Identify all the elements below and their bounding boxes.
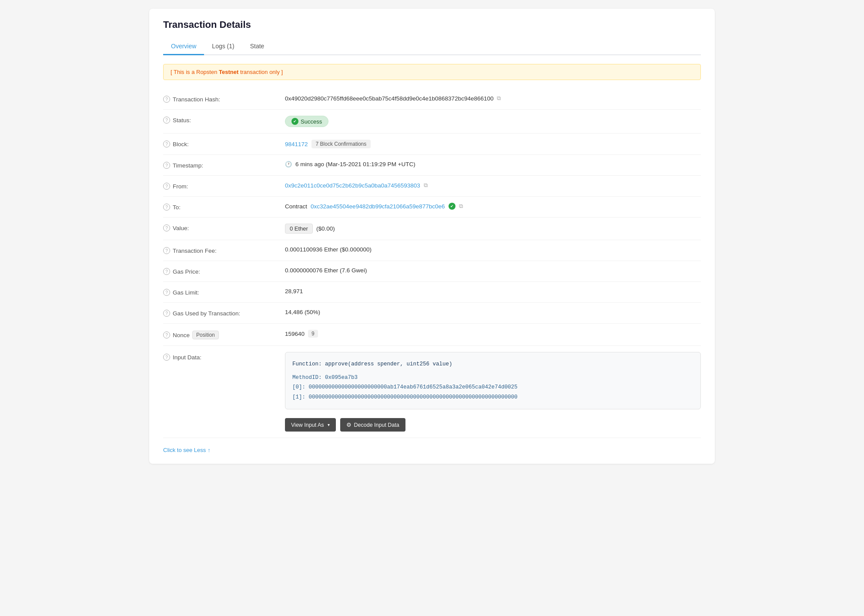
help-icon-status[interactable]: ?: [163, 117, 170, 124]
footer: Click to see Less ↑: [163, 438, 701, 453]
help-icon-gas-price[interactable]: ?: [163, 268, 170, 275]
decode-input-data-button[interactable]: ⚙ Decode Input Data: [340, 418, 405, 432]
ropsten-banner: [ This is a Ropsten Testnet transaction …: [163, 64, 701, 80]
to-contract-prefix: Contract: [285, 203, 307, 210]
page-title: Transaction Details: [163, 19, 701, 30]
help-icon-value[interactable]: ?: [163, 224, 170, 231]
row-input-data: ? Input Data: Function: approve(address …: [163, 346, 701, 438]
row-gas-used: ? Gas Used by Transaction: 14,486 (50%): [163, 303, 701, 324]
row-transaction-fee: ? Transaction Fee: 0.0001100936 Ether ($…: [163, 240, 701, 261]
contract-verified-icon: ✔: [449, 203, 455, 210]
row-to: ? To: Contract 0xc32ae45504ee9482db99cfa…: [163, 197, 701, 218]
help-icon-from[interactable]: ?: [163, 183, 170, 190]
decode-icon: ⚙: [346, 422, 352, 428]
help-icon-timestamp[interactable]: ?: [163, 162, 170, 169]
ether-value-badge: 0 Ether: [285, 224, 313, 234]
gas-used-value: 14,486 (50%): [285, 309, 320, 315]
input-param1: [1]: 00000000000000000000000000000000000…: [292, 392, 693, 402]
nonce-value: 159640: [285, 331, 305, 337]
fee-value: 0.0001100936 Ether ($0.000000): [285, 246, 372, 253]
timestamp-value: 6 mins ago (Mar-15-2021 01:19:29 PM +UTC…: [295, 161, 415, 167]
block-confirmations: 7 Block Confirmations: [311, 140, 371, 148]
row-gas-limit: ? Gas Limit: 28,971: [163, 282, 701, 303]
row-block: ? Block: 9841172 7 Block Confirmations: [163, 134, 701, 155]
arrow-up-icon: ↑: [208, 447, 211, 453]
click-to-see-less-link[interactable]: Click to see Less ↑: [163, 447, 211, 453]
help-icon-input[interactable]: ?: [163, 354, 170, 361]
to-address-link[interactable]: 0xc32ae45504ee9482db99cfa21066a59e877bc0…: [311, 203, 445, 210]
block-number-link[interactable]: 9841172: [285, 141, 308, 147]
input-param0: [0]: 000000000000000000000000ab174eab676…: [292, 382, 693, 392]
help-icon-block[interactable]: ?: [163, 141, 170, 147]
gas-limit-value: 28,971: [285, 288, 303, 295]
row-nonce: ? Nonce Position 159640 9: [163, 324, 701, 346]
copy-txhash-icon[interactable]: ⧉: [497, 95, 501, 102]
nonce-position-badge: Position: [192, 331, 219, 339]
help-icon-gas-limit[interactable]: ?: [163, 289, 170, 296]
dropdown-arrow-icon: ▾: [328, 422, 330, 427]
tab-state[interactable]: State: [242, 38, 272, 55]
input-actions: View Input As ▾ ⚙ Decode Input Data: [285, 418, 405, 432]
copy-to-icon[interactable]: ⧉: [459, 203, 463, 210]
usd-value: ($0.00): [316, 225, 335, 232]
tx-hash-value: 0x49020d2980c7765ffd68eee0c5bab75c4f58dd…: [285, 95, 493, 102]
input-function-line: Function: approve(address spender, uint2…: [292, 359, 693, 369]
nonce-position-value: 9: [308, 330, 318, 338]
help-icon-nonce[interactable]: ?: [163, 331, 170, 338]
help-icon-to[interactable]: ?: [163, 204, 170, 211]
input-method-line: MethodID: 0x095ea7b3: [292, 375, 358, 381]
row-from: ? From: 0x9c2e011c0ce0d75c2b62b9c5a0ba0a…: [163, 176, 701, 197]
input-data-box: Function: approve(address spender, uint2…: [285, 352, 701, 409]
row-value: ? Value: 0 Ether ($0.00): [163, 218, 701, 240]
row-gas-price: ? Gas Price: 0.0000000076 Ether (7.6 Gwe…: [163, 261, 701, 282]
tab-logs[interactable]: Logs (1): [204, 38, 242, 55]
row-timestamp: ? Timestamp: 🕐 6 mins ago (Mar-15-2021 0…: [163, 155, 701, 176]
row-status: ? Status: Success: [163, 110, 701, 134]
row-transaction-hash: ? Transaction Hash: 0x49020d2980c7765ffd…: [163, 89, 701, 110]
clock-icon: 🕐: [285, 161, 292, 167]
status-badge: Success: [285, 116, 328, 127]
tab-overview[interactable]: Overview: [163, 38, 204, 55]
copy-from-icon[interactable]: ⧉: [424, 182, 428, 189]
help-icon-gas-used[interactable]: ?: [163, 310, 170, 317]
help-icon-txhash[interactable]: ?: [163, 96, 170, 103]
help-icon-fee[interactable]: ?: [163, 247, 170, 254]
from-address-link[interactable]: 0x9c2e011c0ce0d75c2b62b9c5a0ba0a74565938…: [285, 182, 420, 189]
view-input-as-button[interactable]: View Input As ▾: [285, 418, 336, 432]
gas-price-value: 0.0000000076 Ether (7.6 Gwei): [285, 267, 367, 274]
tab-bar: Overview Logs (1) State: [163, 38, 701, 55]
